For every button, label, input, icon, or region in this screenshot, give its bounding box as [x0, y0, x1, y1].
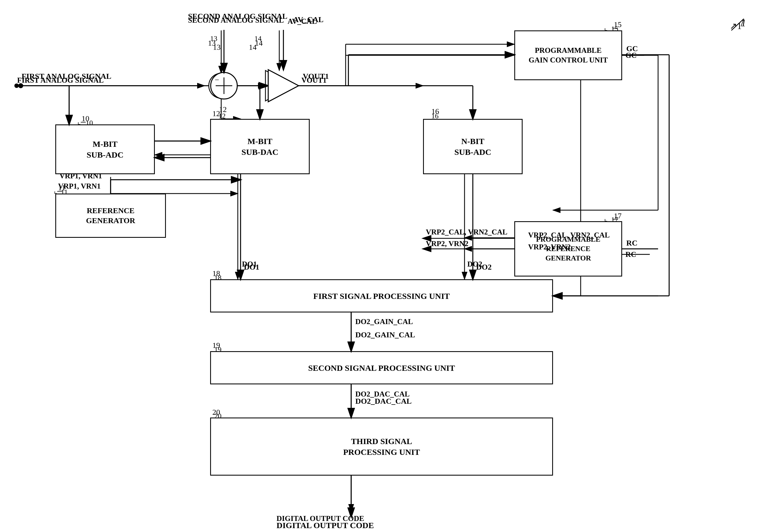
svg-text:DO2: DO2: [476, 263, 492, 271]
svg-text:DO2_GAIN_CAL: DO2_GAIN_CAL: [355, 330, 415, 339]
svg-text:VRP2_CAL, VRN2_CAL: VRP2_CAL, VRN2_CAL: [426, 228, 507, 236]
svg-text:16: 16: [431, 107, 439, 116]
svg-text:FIRST ANALOG SIGNAL: FIRST ANALOG SIGNAL: [22, 72, 111, 80]
svg-text:14: 14: [255, 39, 263, 47]
svg-text:AV_CAL: AV_CAL: [293, 15, 324, 24]
svg-marker-54: [268, 70, 299, 102]
svg-text:VRP2, VRN2: VRP2, VRN2: [426, 239, 468, 248]
svg-text:GC: GC: [626, 44, 638, 53]
svg-text:VOUT1: VOUT1: [303, 72, 329, 80]
svg-text:VRP1, VRN1: VRP1, VRN1: [59, 172, 102, 180]
svg-text:12: 12: [219, 105, 227, 114]
svg-text:DIGITAL OUTPUT CODE: DIGITAL OUTPUT CODE: [277, 521, 374, 530]
svg-text:20: 20: [212, 408, 220, 416]
svg-text:12: 12: [212, 109, 220, 118]
svg-text:−: −: [214, 75, 220, 84]
svg-text:13: 13: [208, 39, 216, 47]
svg-text:18: 18: [212, 269, 220, 278]
svg-text:15: 15: [614, 20, 622, 29]
svg-text:19: 19: [212, 341, 220, 350]
svg-text:17: 17: [614, 212, 622, 220]
svg-text:DO2_DAC_CAL: DO2_DAC_CAL: [355, 397, 412, 405]
svg-text:11: 11: [58, 183, 66, 192]
svg-text:RC: RC: [626, 239, 637, 247]
svg-text:10: 10: [82, 114, 89, 123]
svg-text:DO1: DO1: [244, 263, 259, 271]
svg-text:SECOND ANALOG SIGNAL: SECOND ANALOG SIGNAL: [188, 12, 287, 20]
